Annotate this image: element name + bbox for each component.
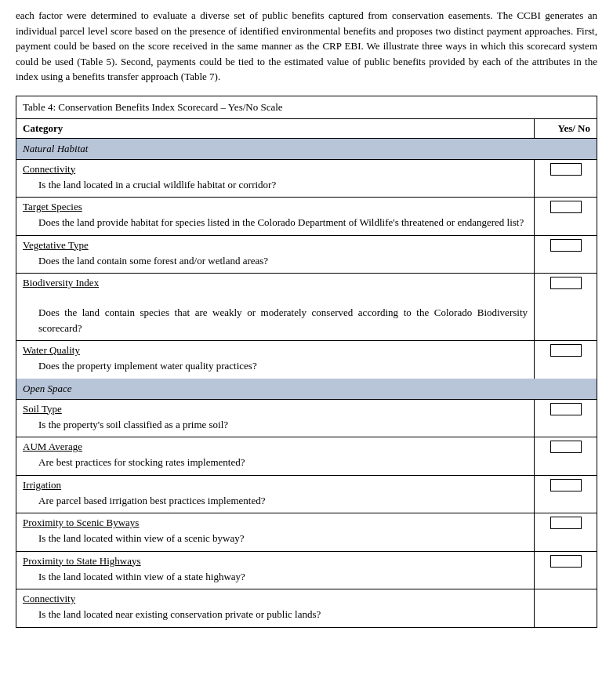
- irrigation-description: Are parcel based irrigation best practic…: [23, 491, 528, 512]
- connectivity-open-space-checkbox-cell: [534, 589, 597, 627]
- soil-type-title: Soil Type: [23, 403, 62, 415]
- soil-type-checkbox-cell: [534, 400, 597, 437]
- aum-average-checkbox-cell: [534, 437, 597, 475]
- section-natural-habitat-label: Natural Habitat: [16, 139, 534, 159]
- row-irrigation: Irrigation Are parcel based irrigation b…: [16, 475, 597, 513]
- row-soil-type: Soil Type Is the property's soil classif…: [16, 399, 597, 437]
- row-connectivity: Connectivity Is the land located in a cr…: [16, 159, 597, 198]
- connectivity-checkbox-cell: [534, 160, 597, 198]
- soil-type-checkbox[interactable]: [550, 403, 582, 415]
- vegetative-type-content: Vegetative Type Does the land contain so…: [16, 236, 534, 274]
- row-vegetative-type: Vegetative Type Does the land contain so…: [16, 235, 597, 274]
- soil-type-description: Is the property's soil classified as a p…: [23, 415, 528, 436]
- irrigation-checkbox-cell: [534, 476, 597, 513]
- vegetative-type-checkbox[interactable]: [550, 239, 582, 252]
- row-proximity-scenic-byways: Proximity to Scenic Byways Is the land l…: [16, 513, 597, 551]
- vegetative-type-description: Does the land contain some forest and/or…: [23, 252, 528, 272]
- biodiversity-spacer: [23, 289, 528, 303]
- category-header: Category: [16, 119, 534, 138]
- proximity-scenic-byways-checkbox-cell: [534, 513, 597, 551]
- irrigation-checkbox[interactable]: [550, 479, 582, 491]
- aum-average-description: Are best practices for stocking rates im…: [23, 453, 528, 473]
- water-quality-description: Does the property implement water qualit…: [23, 357, 528, 377]
- row-connectivity-open-space: Connectivity Is the land located near ex…: [16, 589, 597, 627]
- aum-average-content: AUM Average Are best practices for stock…: [16, 437, 534, 475]
- water-quality-content: Water Quality Does the property implemen…: [16, 341, 534, 379]
- connectivity-open-space-description: Is the land located near existing conser…: [23, 605, 528, 626]
- yesno-header: Yes/ No: [534, 119, 597, 138]
- table-title: Table 4: Conservation Benefits Index Sco…: [16, 96, 597, 119]
- connectivity-content: Connectivity Is the land located in a cr…: [16, 160, 534, 198]
- section-open-space-label: Open Space: [16, 379, 534, 399]
- vegetative-type-title: Vegetative Type: [23, 239, 89, 251]
- connectivity-checkbox[interactable]: [550, 163, 582, 176]
- connectivity-description: Is the land located in a crucial wildlif…: [23, 176, 528, 196]
- biodiversity-index-checkbox-cell: [534, 274, 597, 340]
- section-natural-habitat: Natural Habitat: [16, 139, 597, 159]
- scorecard-table: Table 4: Conservation Benefits Index Sco…: [16, 96, 597, 628]
- irrigation-title: Irrigation: [23, 479, 61, 491]
- biodiversity-index-description: Does the land contain species that are w…: [23, 303, 528, 339]
- proximity-state-highways-content: Proximity to State Highways Is the land …: [16, 552, 534, 589]
- row-biodiversity-index: Biodiversity Index Does the land contain…: [16, 273, 597, 340]
- section-open-space: Open Space: [16, 379, 597, 399]
- water-quality-checkbox-cell: [534, 341, 597, 379]
- connectivity-title: Connectivity: [23, 163, 75, 175]
- proximity-state-highways-title: Proximity to State Highways: [23, 555, 141, 567]
- row-water-quality: Water Quality Does the property implemen…: [16, 340, 597, 379]
- biodiversity-index-checkbox[interactable]: [550, 277, 582, 289]
- proximity-state-highways-checkbox-cell: [534, 552, 597, 589]
- target-species-checkbox-cell: [534, 198, 597, 235]
- vegetative-type-checkbox-cell: [534, 236, 597, 274]
- proximity-scenic-byways-title: Proximity to Scenic Byways: [23, 517, 139, 528]
- target-species-checkbox[interactable]: [550, 201, 582, 213]
- proximity-scenic-byways-content: Proximity to Scenic Byways Is the land l…: [16, 513, 534, 551]
- target-species-description: Does the land provide habitat for specie…: [23, 213, 528, 234]
- biodiversity-index-content: Biodiversity Index Does the land contain…: [16, 274, 534, 340]
- connectivity-open-space-content: Connectivity Is the land located near ex…: [16, 589, 534, 627]
- aum-average-checkbox[interactable]: [550, 441, 582, 453]
- column-headers: Category Yes/ No: [16, 119, 597, 139]
- proximity-scenic-byways-description: Is the land located within view of a sce…: [23, 529, 528, 549]
- proximity-scenic-byways-checkbox[interactable]: [550, 517, 582, 529]
- page-container: each factor were determined to evaluate …: [0, 0, 613, 644]
- target-species-content: Target Species Does the land provide hab…: [16, 198, 534, 235]
- row-proximity-state-highways: Proximity to State Highways Is the land …: [16, 551, 597, 589]
- intro-paragraph: each factor were determined to evaluate …: [16, 8, 597, 85]
- row-aum-average: AUM Average Are best practices for stock…: [16, 437, 597, 475]
- proximity-state-highways-checkbox[interactable]: [550, 555, 582, 568]
- connectivity-open-space-title: Connectivity: [23, 593, 75, 604]
- proximity-state-highways-description: Is the land located within view of a sta…: [23, 568, 528, 588]
- irrigation-content: Irrigation Are parcel based irrigation b…: [16, 476, 534, 513]
- biodiversity-index-title: Biodiversity Index: [23, 277, 99, 288]
- water-quality-title: Water Quality: [23, 344, 80, 356]
- target-species-title: Target Species: [23, 201, 82, 212]
- water-quality-checkbox[interactable]: [550, 344, 582, 357]
- aum-average-title: AUM Average: [23, 441, 82, 452]
- row-target-species: Target Species Does the land provide hab…: [16, 197, 597, 235]
- soil-type-content: Soil Type Is the property's soil classif…: [16, 400, 534, 437]
